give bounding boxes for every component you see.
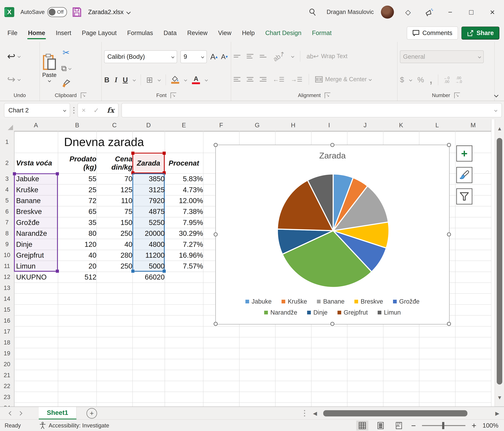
borders-button[interactable]: ⊞ — [146, 75, 153, 84]
cell-D9[interactable]: 4800 — [132, 239, 167, 250]
cell-E10[interactable]: 16.96% — [165, 250, 205, 260]
row-header-9[interactable]: 9 — [0, 239, 14, 250]
column-header-K[interactable]: K — [383, 119, 419, 132]
cell-C9[interactable]: 40 — [96, 239, 135, 250]
cell-C5[interactable]: 110 — [96, 195, 135, 206]
legend-item-Dinje[interactable]: Dinje — [307, 309, 327, 316]
collapse-ribbon-icon[interactable] — [494, 93, 498, 97]
insert-function-icon[interactable]: fx — [107, 106, 114, 114]
cell-B6[interactable]: 65 — [58, 206, 99, 217]
zoom-in-button[interactable]: + — [472, 421, 476, 430]
cell-A7[interactable]: Grožđe — [14, 217, 60, 228]
borders-dropdown-icon[interactable] — [158, 78, 161, 81]
cell-B2[interactable]: Prodato(kg) — [58, 153, 99, 173]
comments-button[interactable]: Comments — [407, 27, 458, 40]
legend-item-Limun[interactable]: Limun — [378, 309, 401, 316]
scroll-down-icon[interactable]: ▼ — [497, 395, 502, 401]
cell-A6[interactable]: Breskve — [14, 206, 60, 217]
fill-color-dropdown-icon[interactable] — [184, 78, 187, 81]
increase-font-size-button[interactable]: A▴ — [210, 52, 217, 61]
autosave-toggle[interactable]: Off — [47, 7, 67, 17]
select-all-button[interactable] — [0, 119, 14, 132]
cell-A11[interactable]: Limun — [14, 260, 60, 271]
chart-resize-handle[interactable] — [330, 143, 334, 147]
row-header-7[interactable]: 7 — [0, 217, 14, 228]
row-header-14[interactable]: 14 — [0, 293, 14, 305]
expand-formula-bar-icon[interactable] — [494, 109, 497, 112]
cell-C6[interactable]: 75 — [96, 206, 135, 217]
merge-center-button[interactable]: Merge & Center — [315, 76, 371, 83]
underline-button[interactable]: U — [123, 76, 128, 84]
row-header-3[interactable]: 3 — [0, 173, 14, 185]
tab-formulas[interactable]: Formulas — [122, 26, 158, 40]
zoom-slider[interactable] — [422, 425, 465, 426]
cell-C10[interactable]: 280 — [96, 250, 135, 260]
column-header-J[interactable]: J — [347, 119, 383, 132]
cell-D4[interactable]: 3125 — [132, 184, 167, 195]
legend-item-Breskve[interactable]: Breskve — [354, 298, 383, 305]
cell-E6[interactable]: 7.38% — [165, 206, 205, 217]
page-break-view-button[interactable] — [393, 421, 405, 431]
tab-format[interactable]: Format — [307, 26, 337, 40]
chart-styles-button[interactable] — [456, 167, 472, 183]
tab-view[interactable]: View — [213, 26, 237, 40]
row-header-23[interactable]: 23 — [0, 392, 14, 403]
row-header-18[interactable]: 18 — [0, 337, 14, 348]
paste-dropdown-icon[interactable] — [48, 79, 51, 82]
align-bottom-icon[interactable] — [260, 55, 267, 57]
row-header-2[interactable]: 2 — [0, 153, 14, 174]
scroll-right-icon[interactable]: ▶ — [495, 410, 499, 416]
row-header-4[interactable]: 4 — [0, 184, 14, 195]
cell-A5[interactable]: Banane — [14, 195, 60, 206]
chart-resize-handle[interactable] — [447, 143, 451, 147]
bold-button[interactable]: B — [104, 76, 109, 84]
cell-D11[interactable]: 5000 — [132, 260, 167, 271]
tab-review[interactable]: Review — [182, 26, 213, 40]
cell-C11[interactable]: 250 — [96, 260, 135, 271]
cell-B5[interactable]: 72 — [58, 195, 99, 206]
cell-B7[interactable]: 35 — [58, 217, 99, 228]
italic-button[interactable]: I — [115, 76, 117, 84]
cell-A9[interactable]: Dinje — [14, 239, 60, 250]
undo-icon[interactable]: ↩ — [7, 51, 16, 62]
document-title[interactable]: Zarada2.xlsx — [88, 9, 130, 16]
increase-decimal-button[interactable]: ←0.00 — [444, 76, 450, 84]
font-name-select[interactable]: Calibri (Body) — [104, 50, 177, 63]
cut-icon[interactable]: ✂ — [61, 48, 71, 57]
cell-E3[interactable]: 5.83% — [165, 173, 205, 184]
excel-app-icon[interactable]: X — [4, 7, 14, 17]
legend-item-Jabuke[interactable]: Jabuke — [245, 298, 272, 305]
cell-E2[interactable]: Procenat — [165, 153, 203, 173]
chart-resize-handle[interactable] — [214, 143, 218, 147]
cell-D10[interactable]: 11200 — [132, 250, 167, 260]
column-header-H[interactable]: H — [275, 119, 311, 132]
gem-icon[interactable]: ◇ — [401, 5, 415, 19]
chart-resize-handle[interactable] — [214, 322, 218, 326]
column-header-C[interactable]: C — [96, 119, 133, 132]
wrap-text-button[interactable]: ab↩ Wrap Text — [306, 53, 347, 60]
cell-B9[interactable]: 120 — [58, 239, 99, 250]
column-header-L[interactable]: L — [419, 119, 456, 132]
close-button[interactable]: × — [486, 5, 499, 19]
font-color-dropdown-icon[interactable] — [205, 78, 208, 81]
normal-view-button[interactable] — [356, 421, 368, 431]
orientation-dropdown-icon[interactable] — [291, 55, 294, 58]
legend-item-Narandže[interactable]: Narandže — [264, 309, 297, 316]
zoom-percent[interactable]: 100% — [483, 422, 498, 429]
row-header-10[interactable]: 10 — [0, 250, 14, 261]
row-header-20[interactable]: 20 — [0, 359, 14, 370]
cell-B10[interactable]: 40 — [58, 250, 99, 260]
legend-item-Grožđe[interactable]: Grožđe — [393, 298, 420, 305]
horizontal-scrollbar[interactable] — [322, 409, 491, 418]
cell-A4[interactable]: Kruške — [14, 184, 60, 195]
cancel-icon[interactable]: × — [82, 106, 86, 114]
font-size-select[interactable]: 9 — [180, 50, 207, 63]
chart-elements-button[interactable]: + — [456, 145, 472, 162]
orientation-icon[interactable]: ab↗ — [272, 49, 287, 63]
cell-C8[interactable]: 250 — [96, 228, 135, 239]
copy-dropdown-icon[interactable] — [68, 67, 72, 70]
undo-dropdown-icon[interactable] — [18, 55, 21, 58]
row-header-11[interactable]: 11 — [0, 260, 14, 272]
row-header-16[interactable]: 16 — [0, 315, 14, 326]
vertical-scroll-thumb[interactable] — [497, 138, 502, 385]
